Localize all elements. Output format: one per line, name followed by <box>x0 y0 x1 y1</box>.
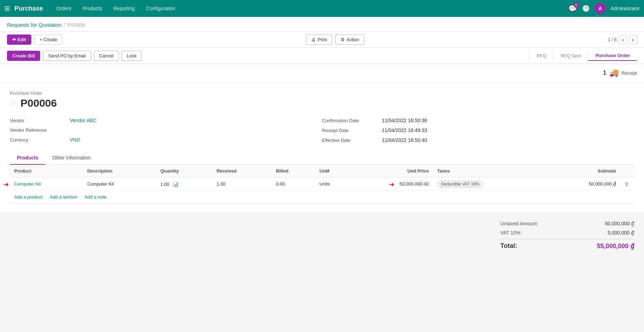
currency-field-row: Currency VND <box>10 137 322 143</box>
quantity-cell: 1.00 📊 <box>156 177 212 191</box>
totals-table: Untaxed Amount: 50,000,000 ₫ VAT 10%: 5,… <box>500 219 634 253</box>
table-header-row: Product Description Quantity Received Bi… <box>10 165 634 177</box>
receipt-button[interactable]: 1 🚚 Receipt <box>603 68 637 77</box>
received-cell: 1.00 <box>212 177 272 191</box>
send-po-button[interactable]: Send PO by Email <box>43 51 91 61</box>
truck-icon: 🚚 <box>609 68 619 77</box>
confirmation-date-field-row: Confirmation Date 11/04/2022 16:50:36 <box>322 118 634 123</box>
clock-icon[interactable]: 🕐 <box>582 5 590 12</box>
total-label: Total: <box>500 242 517 250</box>
col-product: Product <box>10 165 83 177</box>
app-name: Purchase <box>14 5 43 12</box>
currency-value[interactable]: VND <box>70 137 80 143</box>
breadcrumb-area: Requests for Quotation / P00006 <box>0 17 644 32</box>
totals-section: Untaxed Amount: 50,000,000 ₫ VAT 10%: 5,… <box>0 212 644 256</box>
vendor-value[interactable]: Vendor ABC <box>70 118 96 123</box>
nav-right: 💬 5 🕐 A Administrator <box>568 3 640 14</box>
gear-icon: ⚙ <box>340 37 345 42</box>
untaxed-value: 50,000,000 ₫ <box>605 221 634 226</box>
breadcrumb-parent[interactable]: Requests for Quotation <box>7 22 61 28</box>
uom-cell: Units <box>315 177 355 191</box>
create-button[interactable]: + Create <box>34 35 62 45</box>
description-cell: Computer Kit <box>83 177 156 191</box>
receipt-bar: 1 🚚 Receipt <box>0 64 644 82</box>
star-icon[interactable]: ☆ <box>10 99 17 108</box>
total-value: 55,000,000 ₫ <box>597 242 634 250</box>
delete-row-button[interactable]: 🗑 <box>624 181 630 187</box>
total-row: Total: 55,000,000 ₫ <box>500 239 634 253</box>
chat-icon[interactable]: 💬 5 <box>568 4 577 13</box>
nav-item-reporting[interactable]: Reporting <box>108 4 140 13</box>
product-name[interactable]: Computer Kit <box>14 181 41 187</box>
billed-cell: 0.00 <box>272 177 315 191</box>
arrow-icon-product: ➜ <box>4 181 9 188</box>
create-bill-button[interactable]: Create Bill <box>7 51 40 61</box>
nav-items: Orders Products Reporting Configuration <box>51 4 568 13</box>
col-uom: UoM <box>315 165 355 177</box>
next-page-button[interactable]: › <box>629 35 637 44</box>
add-note-link[interactable]: Add a note <box>85 194 107 200</box>
top-nav: ⊞ Purchase Orders Products Reporting Con… <box>0 0 644 17</box>
nav-item-orders[interactable]: Orders <box>51 4 76 13</box>
form-fields: Vendor Vendor ABC Vendor Reference Curre… <box>10 118 634 143</box>
col-quantity: Quantity <box>156 165 212 177</box>
col-received: Received <box>212 165 272 177</box>
action-button[interactable]: ⚙ Action <box>335 35 364 45</box>
add-section-link[interactable]: Add a section <box>50 194 77 200</box>
cancel-button[interactable]: Cancel <box>94 51 119 61</box>
col-unit-price: Unit Price <box>355 165 433 177</box>
col-billed: Billed <box>272 165 315 177</box>
print-button[interactable]: 🖨 Print <box>306 35 332 45</box>
table-row: ➜ Computer Kit Computer Kit 1.00 📊 1.00 … <box>10 177 634 191</box>
po-title-row: ☆ P00006 <box>10 97 634 109</box>
add-product-link[interactable]: Add a product <box>14 194 43 200</box>
printer-icon: 🖨 <box>311 37 316 42</box>
po-label: Purchase Order <box>10 90 634 96</box>
col-subtotal: Subtotal <box>546 165 620 177</box>
pagination: 1 / 6 ‹ › <box>608 35 637 44</box>
status-steps: RFQ RFQ Sent Purchase Order <box>529 51 637 61</box>
vendor-ref-field-row: Vendor Reference <box>10 127 322 133</box>
main-content: Purchase Order ☆ P00006 Vendor Vendor AB… <box>0 82 644 212</box>
receipt-date-field-row: Receipt Date 11/04/2022 16:49:33 <box>322 127 634 133</box>
col-actions <box>620 165 634 177</box>
vendor-field-row: Vendor Vendor ABC <box>10 118 322 123</box>
receipt-date-label: Receipt Date <box>322 128 382 133</box>
vendor-ref-label: Vendor Reference <box>10 127 70 133</box>
prev-page-button[interactable]: ‹ <box>619 35 627 44</box>
receipt-count: 1 <box>603 70 606 76</box>
lock-button[interactable]: Lock <box>121 51 142 61</box>
grid-icon[interactable]: ⊞ <box>4 4 10 13</box>
admin-name[interactable]: Administrator <box>611 6 640 11</box>
vendor-label: Vendor <box>10 118 70 123</box>
status-buttons: Create Bill Send PO by Email Cancel Lock <box>7 51 142 61</box>
breadcrumb-separator: / <box>63 22 65 28</box>
effective-date-label: Effective Date <box>322 138 382 143</box>
receipt-date-value: 11/04/2022 16:49:33 <box>382 127 427 133</box>
confirmation-date-value: 11/04/2022 16:50:36 <box>382 118 427 123</box>
vat-badge: Deductible VAT 10% <box>437 181 483 188</box>
arrow-icon-price: ➜ <box>389 181 394 188</box>
step-rfq-sent[interactable]: RFQ Sent <box>554 51 588 61</box>
step-purchase-order[interactable]: Purchase Order <box>588 51 637 61</box>
product-table: Product Description Quantity Received Bi… <box>10 165 634 191</box>
vat-value: 5,000,000 ₫ <box>608 230 634 236</box>
nav-item-products[interactable]: Products <box>78 4 107 13</box>
effective-date-field-row: Effective Date 11/04/2022 16:50:40 <box>322 137 634 143</box>
action-bar: ✏ Edit + Create 🖨 Print ⚙ Action 1 / 6 ‹… <box>0 32 644 48</box>
tab-other-info[interactable]: Other Information <box>45 151 98 165</box>
create-label: + Create <box>39 37 57 42</box>
step-rfq[interactable]: RFQ <box>529 51 553 61</box>
unit-price-cell: ➜ 50,000,000.00 <box>355 177 433 191</box>
row-actions-cell: 🗑 <box>620 177 634 191</box>
subtotal-cell: 50,000,000 ₫ <box>546 177 620 191</box>
vat-label: VAT 10%: <box>500 230 522 236</box>
currency-label: Currency <box>10 137 70 143</box>
user-avatar[interactable]: A <box>595 3 606 14</box>
tabs: Products Other Information <box>10 151 634 165</box>
tab-products[interactable]: Products <box>10 151 45 165</box>
chart-icon[interactable]: 📊 <box>173 181 179 187</box>
edit-button[interactable]: ✏ Edit <box>7 35 31 45</box>
add-links: Add a product Add a section Add a note <box>10 191 634 203</box>
nav-item-configuration[interactable]: Configuration <box>141 4 180 13</box>
